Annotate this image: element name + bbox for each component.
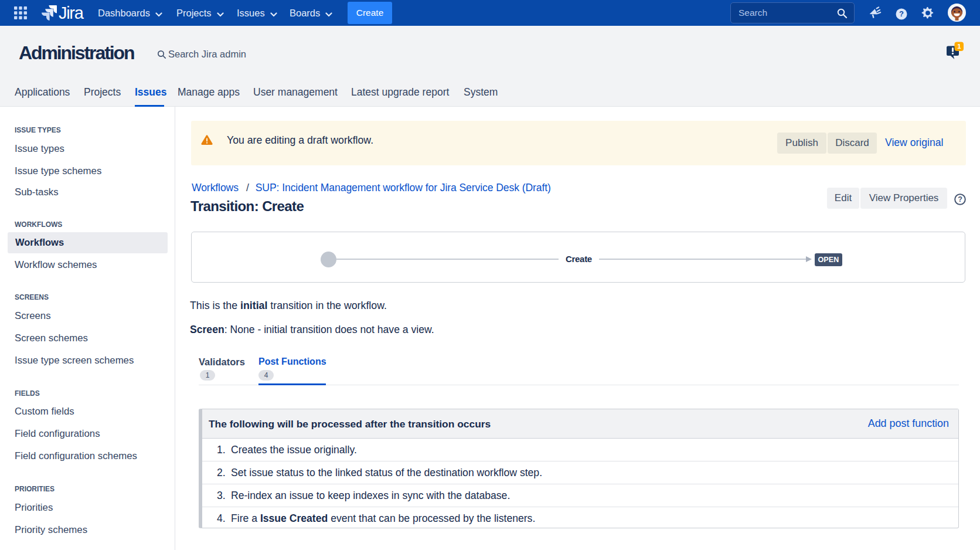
svg-text:?: ? — [899, 9, 904, 18]
svg-text:?: ? — [958, 195, 962, 203]
svg-text:1: 1 — [957, 43, 961, 50]
